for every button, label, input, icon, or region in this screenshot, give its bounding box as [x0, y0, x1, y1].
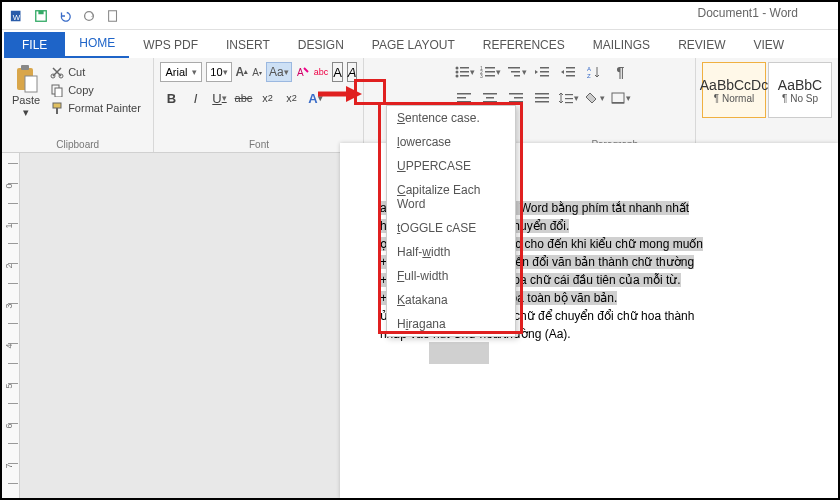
case-katakana[interactable]: Katakana [387, 288, 515, 312]
svg-rect-12 [55, 88, 62, 97]
text-effects-icon[interactable]: A▾ [304, 88, 326, 108]
numbering-icon[interactable]: 123▾ [478, 62, 502, 82]
clipboard-group-label: Clipboard [8, 137, 147, 150]
tab-mailings[interactable]: MAILINGS [579, 32, 664, 58]
case-hiragana[interactable]: Hiragana [387, 312, 515, 336]
underline-button[interactable]: U▾ [208, 88, 230, 108]
change-case-button[interactable]: Aa▾ [266, 62, 292, 82]
case-sentence[interactable]: Sentence case. [387, 106, 515, 130]
case-full[interactable]: Full-width [387, 264, 515, 288]
svg-text:A: A [587, 66, 591, 72]
multilevel-icon[interactable]: ▾ [504, 62, 528, 82]
svg-rect-20 [460, 75, 469, 77]
svg-rect-38 [457, 93, 471, 95]
borders-icon[interactable]: ▾ [608, 88, 632, 108]
window-title: Document1 - Word [698, 6, 798, 20]
tab-design[interactable]: DESIGN [284, 32, 358, 58]
tab-wpspdf[interactable]: WPS PDF [129, 32, 212, 58]
style-nospacing[interactable]: AaBbC ¶ No Sp [768, 62, 832, 118]
word-icon: W [6, 5, 28, 27]
shrink-font-icon[interactable]: A▾ [252, 62, 262, 82]
new-doc-icon[interactable] [102, 5, 124, 27]
italic-button[interactable]: I [184, 88, 206, 108]
svg-rect-44 [509, 93, 523, 95]
svg-rect-53 [612, 93, 624, 103]
paste-label: Paste [12, 94, 40, 106]
paste-button[interactable]: Paste ▾ [8, 62, 44, 121]
svg-rect-16 [460, 67, 469, 69]
phonetic-icon[interactable]: abc [314, 62, 329, 82]
svg-rect-45 [514, 97, 523, 99]
case-lower[interactable]: lowercase [387, 130, 515, 154]
vertical-ruler[interactable]: 012345678 [2, 153, 20, 498]
ribbon-tabs: FILE HOME WPS PDF INSERT DESIGN PAGE LAY… [2, 30, 838, 58]
tab-file[interactable]: FILE [4, 32, 65, 58]
svg-rect-43 [483, 101, 497, 103]
copy-button[interactable]: Copy [48, 82, 143, 98]
format-painter-button[interactable]: Format Painter [48, 100, 143, 116]
case-half[interactable]: Half-width [387, 240, 515, 264]
svg-rect-26 [485, 75, 495, 77]
svg-rect-28 [511, 71, 520, 73]
cut-button[interactable]: Cut [48, 64, 143, 80]
svg-rect-51 [565, 98, 573, 99]
svg-text:W: W [13, 12, 21, 21]
clear-format-icon[interactable]: A [296, 62, 310, 82]
line-spacing-icon[interactable]: ▾ [556, 88, 580, 108]
subscript-button[interactable]: x2 [256, 88, 278, 108]
svg-rect-41 [483, 93, 497, 95]
svg-rect-35 [566, 75, 575, 77]
grow-font-icon[interactable]: A▴ [236, 62, 249, 82]
svg-rect-5 [109, 10, 117, 21]
char-border-icon[interactable]: A [332, 62, 343, 82]
superscript-button[interactable]: x2 [280, 88, 302, 108]
font-size-combo[interactable]: 10▾ [206, 62, 231, 82]
case-toggle[interactable]: tOGGLE cASE [387, 216, 515, 240]
redo-icon[interactable] [78, 5, 100, 27]
svg-text:Z: Z [587, 73, 591, 79]
bullets-icon[interactable]: ▾ [452, 62, 476, 82]
svg-rect-46 [509, 101, 523, 103]
svg-rect-18 [460, 71, 469, 73]
undo-icon[interactable] [54, 5, 76, 27]
svg-rect-50 [565, 94, 573, 95]
svg-point-17 [455, 71, 458, 74]
svg-rect-48 [535, 97, 549, 99]
svg-rect-54 [612, 102, 624, 104]
tab-references[interactable]: REFERENCES [469, 32, 579, 58]
case-capitalize[interactable]: Capitalize Each Word [387, 178, 515, 216]
svg-point-19 [455, 75, 458, 78]
svg-rect-7 [21, 65, 29, 70]
dec-indent-icon[interactable] [530, 62, 554, 82]
shading-icon[interactable]: ▾ [582, 88, 606, 108]
char-shade-icon[interactable]: A [347, 62, 358, 82]
strike-button[interactable]: abc [232, 88, 254, 108]
svg-rect-34 [566, 71, 575, 73]
svg-text:3: 3 [480, 73, 483, 79]
case-upper[interactable]: UPPERCASE [387, 154, 515, 178]
svg-text:A: A [297, 67, 304, 78]
svg-rect-24 [485, 71, 495, 73]
sort-icon[interactable]: AZ [582, 62, 606, 82]
tab-home[interactable]: HOME [65, 30, 129, 58]
font-name-combo[interactable]: Arial▾ [160, 62, 202, 82]
svg-rect-32 [540, 75, 549, 77]
svg-rect-39 [457, 97, 466, 99]
inc-indent-icon[interactable] [556, 62, 580, 82]
svg-rect-47 [535, 93, 549, 95]
justify-icon[interactable] [530, 88, 554, 108]
tab-view[interactable]: VIEW [739, 32, 798, 58]
tab-review[interactable]: REVIEW [664, 32, 739, 58]
selection-block [429, 342, 489, 364]
tab-insert[interactable]: INSERT [212, 32, 284, 58]
bold-button[interactable]: B [160, 88, 182, 108]
svg-rect-42 [486, 97, 494, 99]
show-hide-icon[interactable]: ¶ [608, 62, 632, 82]
svg-rect-8 [25, 76, 37, 92]
style-normal[interactable]: AaBbCcDc ¶ Normal [702, 62, 766, 118]
change-case-menu: Sentence case. lowercase UPPERCASE Capit… [386, 105, 516, 337]
svg-rect-31 [540, 71, 549, 73]
tab-pagelayout[interactable]: PAGE LAYOUT [358, 32, 469, 58]
save-icon[interactable] [30, 5, 52, 27]
svg-rect-29 [514, 75, 520, 77]
